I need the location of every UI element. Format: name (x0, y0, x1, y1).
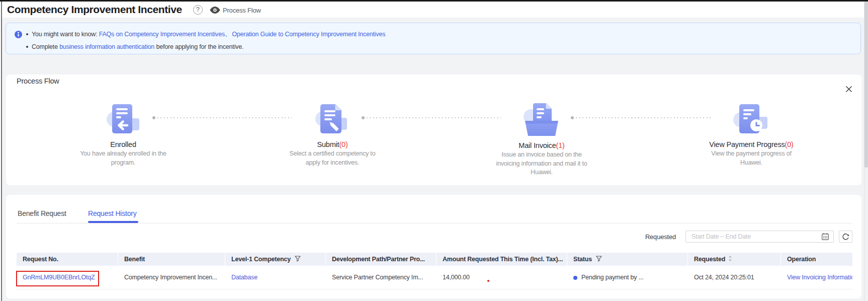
document-pencil-icon (313, 103, 352, 135)
filter-icon[interactable] (295, 256, 301, 263)
connector-dot (362, 116, 365, 119)
requested-filter-label: Requested (607, 233, 676, 241)
bullet-dot (26, 33, 28, 35)
document-arrow-icon (104, 103, 142, 135)
help-icon[interactable]: ? (193, 5, 203, 15)
col-request-no[interactable]: Request No. (17, 253, 118, 266)
tab-benefit-request[interactable]: Benefit Request (18, 209, 66, 217)
page-title: Competency Improvement Incentive (7, 4, 182, 16)
process-flow-title: Process Flow (17, 77, 59, 85)
banner-line-2: Complete business information authentica… (26, 43, 243, 50)
info-icon (15, 31, 22, 40)
info-banner: You might want to know: FAQs on Competen… (6, 23, 861, 54)
close-icon[interactable] (845, 86, 852, 95)
bullet-dot (26, 46, 28, 48)
step-description: Select a certified competency to apply f… (286, 149, 379, 167)
operation-guide-link[interactable]: Operation Guide to Competency Improvemen… (232, 31, 385, 38)
step-name: Enrolled (48, 140, 199, 148)
calendar-icon[interactable] (821, 233, 829, 243)
col-benefit[interactable]: Benefit (118, 253, 225, 266)
competency-link[interactable]: Database (231, 274, 257, 281)
cell-development-path: Service Partner Competency Im... (326, 274, 437, 281)
filter-icon[interactable] (596, 256, 602, 263)
cell-operation: View Invoicing Information (781, 274, 852, 281)
step-enrolled: Enrolled You have already enrolled in th… (48, 103, 199, 167)
process-flow-toggle-label[interactable]: Process Flow (223, 7, 261, 14)
step-count: (1) (556, 141, 565, 149)
eye-icon[interactable] (210, 7, 220, 16)
cell-benefit: Competency Improvement Incen... (118, 274, 225, 281)
banner-line-1: You might want to know: FAQs on Competen… (26, 31, 385, 38)
refresh-button[interactable] (839, 231, 852, 243)
date-range-input[interactable]: Start Date – End Date (685, 231, 834, 243)
banner-text: Complete (32, 43, 59, 50)
business-info-auth-link[interactable]: business information authentication (59, 43, 154, 50)
banner-text: You might want to know: (32, 31, 99, 38)
step-submit: Submit(0) Select a certified competency … (257, 103, 408, 167)
status-text: Pending payment by ... (581, 274, 643, 281)
process-flow-card: Process Flow Enrolled You have already e… (6, 74, 861, 185)
faq-link[interactable]: FAQs on Competency Improvement Incentive… (99, 31, 225, 38)
tab-request-history[interactable]: Request History (88, 209, 137, 217)
col-status[interactable]: Status (567, 253, 688, 266)
col-requested[interactable]: Requested (688, 253, 781, 266)
col-operation[interactable]: Operation (781, 253, 852, 266)
window-left-border (1, 2, 2, 301)
step-description: You have already enrolled in the program… (77, 149, 170, 167)
col-development-path[interactable]: Development Path/Partner Pro... (326, 253, 437, 266)
annotation-red-box (16, 271, 99, 286)
cell-status: Pending payment by ... (567, 274, 688, 281)
step-name: Mail Invoice(1) (466, 141, 617, 149)
document-inbox-icon (523, 103, 561, 136)
connector-dot (152, 116, 155, 119)
col-amount[interactable]: Amount Requested This Time (Incl. Tax)..… (437, 253, 567, 266)
step-count: (0) (339, 140, 348, 148)
connector-dot (571, 116, 574, 119)
step-description: View the payment progress of Huawei. (709, 149, 794, 167)
sort-icon[interactable] (728, 255, 732, 263)
view-invoicing-link[interactable]: View Invoicing Information (787, 274, 852, 281)
step-view-payment-progress: View Payment Progress(0) View the paymen… (676, 103, 827, 167)
step-description: Issue an invoice based on the invoicing … (491, 150, 592, 177)
window-top-border (0, 0, 868, 2)
scrollbar-thumb[interactable] (864, 2, 868, 168)
step-count: (0) (785, 140, 794, 148)
table-header: Request No. Benefit Level-1 Competency D… (17, 253, 852, 266)
cell-amount: 14,000.00 (437, 274, 567, 281)
step-name: View Payment Progress(0) (676, 140, 827, 148)
tab-divider (17, 223, 852, 223)
step-mail-invoice: Mail Invoice(1) Issue an invoice based o… (466, 103, 617, 177)
banner-separator: , (225, 31, 227, 38)
active-tab-underline (88, 221, 138, 223)
cell-requested: Oct 24, 2024 20:25:01 (688, 274, 781, 281)
banner-text: before applying for the incentive. (154, 43, 243, 50)
step-name: Submit(0) (257, 140, 408, 148)
table-row: GnRmLM9UB0EBnrLOtqZ Competency Improveme… (17, 266, 852, 289)
annotation-red-dot (487, 280, 489, 282)
col-level1-competency[interactable]: Level-1 Competency (225, 253, 326, 266)
cell-level1-competency: Database (225, 274, 326, 281)
request-card: Benefit Request Request History Requeste… (6, 195, 861, 298)
document-clock-icon (732, 103, 770, 135)
date-range-placeholder: Start Date – End Date (691, 231, 751, 242)
status-dot (573, 276, 577, 280)
